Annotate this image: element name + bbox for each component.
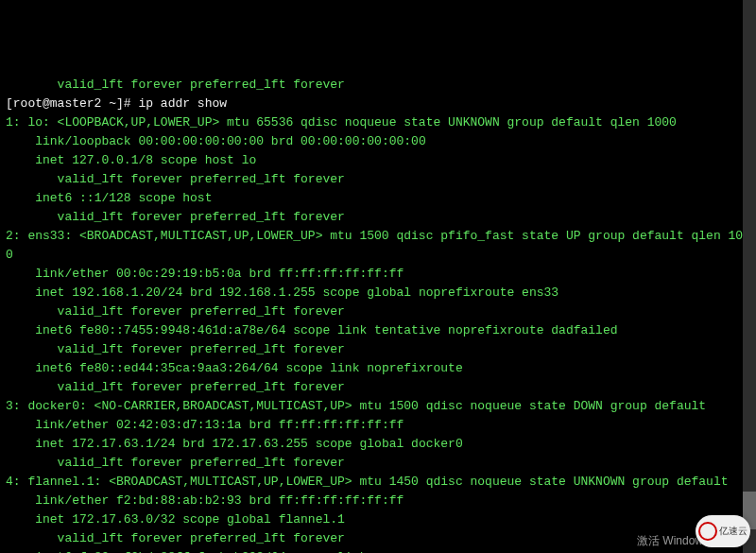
- iface-lo-line: valid_lft forever preferred_lft forever: [6, 172, 345, 186]
- iface-lo-header: 1: lo: <LOOPBACK,UP,LOWER_UP> mtu 65536 …: [6, 115, 677, 130]
- iface-lo-line: link/loopback 00:00:00:00:00:00 brd 00:0…: [6, 134, 426, 148]
- logo-text: 亿速云: [719, 522, 747, 541]
- iface-flannel-line: link/ether f2:bd:88:ab:b2:93 brd ff:ff:f…: [6, 493, 404, 508]
- terminal-output[interactable]: valid_lft forever preferred_lft forever …: [6, 76, 750, 553]
- iface-lo-line: valid_lft forever preferred_lft forever: [6, 210, 345, 224]
- prev-output-line: valid_lft forever preferred_lft forever: [6, 78, 345, 92]
- iface-flannel-line: inet 172.17.63.0/32 scope global flannel…: [6, 512, 345, 527]
- iface-docker0-line: valid_lft forever preferred_lft forever: [6, 456, 345, 470]
- iface-flannel-line: valid_lft forever preferred_lft forever: [6, 531, 345, 545]
- command-text: ip addr show: [138, 96, 227, 111]
- iface-docker0-header: 3: docker0: <NO-CARRIER,BROADCAST,MULTIC…: [6, 399, 713, 413]
- iface-lo-line: inet6 ::1/128 scope host: [6, 191, 219, 205]
- iface-ens33-line: inet6 fe80::7455:9948:461d:a78e/64 scope…: [6, 323, 625, 337]
- iface-ens33-line: inet6 fe80::ed44:35ca:9aa3:264/64 scope …: [6, 361, 471, 375]
- iface-ens33-line: valid_lft forever preferred_lft forever: [6, 380, 345, 394]
- brand-logo: 亿速云: [696, 515, 750, 547]
- iface-ens33-header: 2: ens33: <BROADCAST,MULTICAST,UP,LOWER_…: [6, 229, 750, 262]
- logo-circle-icon: [698, 522, 717, 541]
- iface-ens33-line: inet 192.168.1.20/24 brd 192.168.1.255 s…: [6, 285, 558, 300]
- iface-ens33-line: link/ether 00:0c:29:19:b5:0a brd ff:ff:f…: [6, 267, 404, 281]
- scrollbar-track[interactable]: [743, 0, 756, 553]
- iface-ens33-line: valid_lft forever preferred_lft forever: [6, 342, 345, 356]
- shell-prompt: [root@master2 ~]#: [6, 96, 138, 111]
- iface-lo-line: inet 127.0.0.1/8 scope host lo: [6, 153, 256, 167]
- iface-flannel-header: 4: flannel.1: <BROADCAST,MULTICAST,UP,LO…: [6, 475, 735, 489]
- iface-docker0-line: link/ether 02:42:03:d7:13:1a brd ff:ff:f…: [6, 418, 404, 432]
- iface-ens33-line: valid_lft forever preferred_lft forever: [6, 304, 345, 319]
- iface-docker0-line: inet 172.17.63.1/24 brd 172.17.63.255 sc…: [6, 437, 463, 451]
